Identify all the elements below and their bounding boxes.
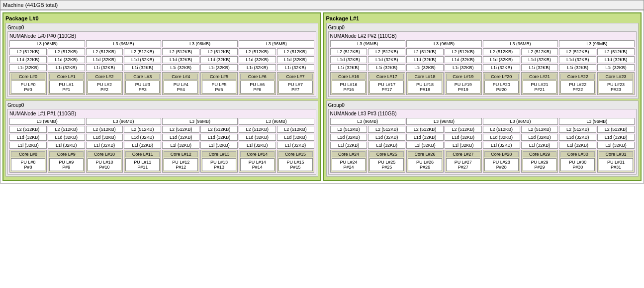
core-box: Core L#12PU L#12 P#12 [162, 150, 199, 173]
l2-cache: L2 (512KB) [162, 126, 199, 133]
l2-cache: L2 (512KB) [124, 126, 161, 133]
l3-row: L3 (96MB)L3 (96MB)L3 (96MB)L3 (96MB) [9, 118, 314, 125]
l2-cache: L2 (512KB) [330, 126, 368, 133]
l1i-cache: L1i (32KB) [330, 142, 368, 149]
l1d-cache: L1d (32KB) [330, 134, 368, 141]
core-box: Core L#26PU L#26 P#26 [406, 150, 444, 173]
l3-cache: L3 (96MB) [162, 40, 238, 47]
l2-cache: L2 (512KB) [48, 126, 85, 133]
core-box: Core L#20PU L#20 P#20 [483, 72, 520, 95]
l1i-row: L1i (32KB)L1i (32KB)L1i (32KB)L1i (32KB)… [330, 64, 635, 71]
l1d-cache: L1d (32KB) [239, 56, 276, 63]
numa-node: NUMANode L#0 P#0 (110GB)L3 (96MB)L3 (96M… [7, 31, 316, 97]
l1i-cache: L1i (32KB) [277, 142, 314, 149]
l1d-cache: L1d (32KB) [239, 134, 276, 141]
pu-box: PU L#23 P#23 [599, 81, 633, 94]
l3-row: L3 (96MB)L3 (96MB)L3 (96MB)L3 (96MB) [330, 118, 635, 125]
core-box: Core L#27PU L#27 P#27 [445, 150, 482, 173]
core-box: Core L#29PU L#29 P#29 [521, 150, 558, 173]
l1d-cache: L1d (32KB) [124, 134, 161, 141]
l2-cache: L2 (512KB) [559, 48, 596, 55]
core-box: Core L#4PU L#4 P#4 [162, 72, 199, 95]
core-title: Core L#5 [202, 74, 236, 80]
pu-box: PU L#18 P#18 [408, 81, 442, 94]
l2-cache: L2 (512KB) [86, 126, 123, 133]
l1d-cache: L1d (32KB) [277, 56, 314, 63]
core-title: Core L#10 [88, 151, 122, 157]
core-title: Core L#24 [332, 151, 366, 157]
package-0: Package L#0Group0NUMANode L#0 P#0 (110GB… [2, 12, 321, 181]
core-title: Core L#11 [125, 151, 160, 157]
l1i-cache: L1i (32KB) [86, 64, 123, 71]
core-title: Core L#25 [369, 151, 404, 157]
l1d-cache: L1d (32KB) [368, 134, 405, 141]
pu-box: PU L#25 P#25 [369, 158, 404, 171]
l1i-cache: L1i (32KB) [445, 142, 482, 149]
l2-cache: L2 (512KB) [86, 48, 123, 55]
pu-box: PU L#16 P#16 [332, 81, 366, 94]
core-title: Core L#7 [278, 74, 313, 80]
pu-box: PU L#28 P#28 [484, 158, 519, 171]
core-box: Core L#9PU L#9 P#9 [48, 150, 85, 173]
l3-row: L3 (96MB)L3 (96MB)L3 (96MB)L3 (96MB) [9, 40, 314, 47]
pu-box: PU L#1 P#1 [49, 81, 84, 94]
core-title: Core L#19 [446, 74, 480, 80]
l2-cache: L2 (512KB) [597, 48, 635, 55]
core-title: Core L#14 [240, 151, 275, 157]
core-title: Core L#20 [484, 74, 519, 80]
core-box: Core L#5PU L#5 P#5 [200, 72, 238, 95]
l2-cache: L2 (512KB) [559, 126, 596, 133]
core-title: Core L#26 [408, 151, 442, 157]
l1i-row: L1i (32KB)L1i (32KB)L1i (32KB)L1i (32KB)… [9, 64, 314, 71]
core-box: Core L#3PU L#3 P#3 [124, 72, 161, 95]
package-1: Package L#1Group0NUMANode L#2 P#2 (110GB… [323, 12, 642, 181]
l1d-cache: L1d (32KB) [521, 56, 558, 63]
core-title: Core L#17 [369, 74, 404, 80]
l2-cache: L2 (512KB) [406, 126, 444, 133]
l1i-cache: L1i (32KB) [277, 64, 314, 71]
core-title: Core L#4 [164, 74, 198, 80]
l1d-cache: L1d (32KB) [162, 56, 199, 63]
l2-cache: L2 (512KB) [277, 126, 314, 133]
l2-cache: L2 (512KB) [368, 48, 405, 55]
pu-box: PU L#29 P#29 [523, 158, 557, 171]
pu-box: PU L#27 P#27 [446, 158, 480, 171]
l3-cache: L3 (96MB) [406, 40, 482, 47]
core-box: Core L#16PU L#16 P#16 [330, 72, 368, 95]
pu-box: PU L#12 P#12 [164, 158, 198, 171]
core-title: Core L#1 [49, 74, 84, 80]
core-title: Core L#21 [523, 74, 557, 80]
pu-box: PU L#15 P#15 [278, 158, 313, 171]
l2-cache: L2 (512KB) [162, 48, 199, 55]
pu-box: PU L#6 P#6 [240, 81, 275, 94]
l2-cache: L2 (512KB) [277, 48, 314, 55]
numa-title: NUMANode L#0 P#0 (110GB) [9, 33, 314, 39]
numa-node: NUMANode L#3 P#3 (110GB)L3 (96MB)L3 (96M… [328, 109, 637, 175]
l1i-cache: L1i (32KB) [406, 64, 444, 71]
core-box: Core L#21PU L#21 P#21 [521, 72, 558, 95]
group-title: Group0 [328, 102, 637, 108]
core-box: Core L#31PU L#31 P#31 [597, 150, 635, 173]
pu-box: PU L#19 P#19 [446, 81, 480, 94]
core-title: Core L#18 [408, 74, 442, 80]
core-title: Core L#13 [202, 151, 236, 157]
core-box: Core L#24PU L#24 P#24 [330, 150, 368, 173]
l1i-cache: L1i (32KB) [48, 64, 85, 71]
l3-cache: L3 (96MB) [9, 40, 85, 47]
core-box: Core L#17PU L#17 P#17 [368, 72, 405, 95]
group-1-1: Group0NUMANode L#3 P#3 (110GB)L3 (96MB)L… [326, 100, 639, 177]
l1i-cache: L1i (32KB) [162, 142, 199, 149]
cores-row: Core L#24PU L#24 P#24Core L#25PU L#25 P#… [330, 150, 635, 173]
pu-box: PU L#0 P#0 [11, 81, 45, 94]
l2-cache: L2 (512KB) [124, 48, 161, 55]
core-box: Core L#23PU L#23 P#23 [597, 72, 635, 95]
core-title: Core L#31 [599, 151, 633, 157]
core-title: Core L#3 [125, 74, 160, 80]
group-0-0: Group0NUMANode L#0 P#0 (110GB)L3 (96MB)L… [5, 23, 318, 99]
l1d-cache: L1d (32KB) [483, 56, 520, 63]
l1i-cache: L1i (32KB) [239, 64, 276, 71]
l2-cache: L2 (512KB) [330, 48, 368, 55]
l3-cache: L3 (96MB) [86, 118, 162, 125]
l1i-cache: L1i (32KB) [368, 142, 405, 149]
l1i-cache: L1i (32KB) [9, 142, 47, 149]
